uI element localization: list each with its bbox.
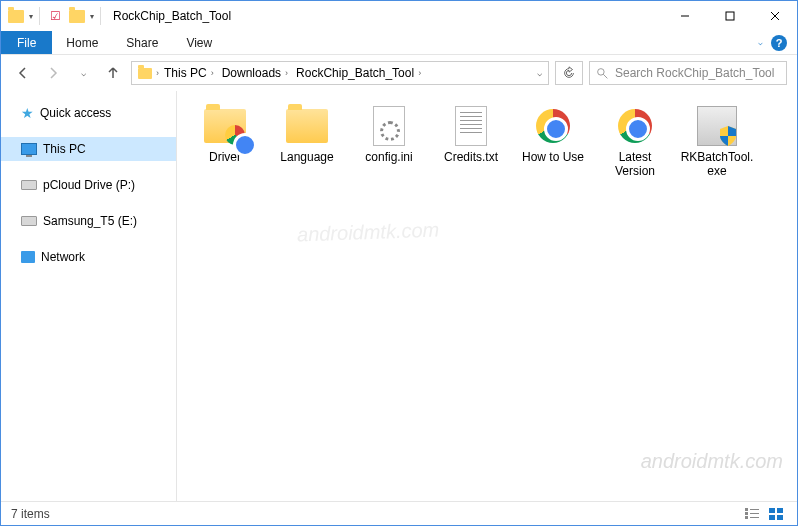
svg-rect-15 [777,515,783,520]
tab-view[interactable]: View [172,31,226,54]
config-file-icon [373,106,405,146]
monitor-icon [21,143,37,155]
qat-dropdown-icon[interactable]: ▾ [29,12,33,21]
folder-icon [286,109,328,143]
tab-home[interactable]: Home [52,31,112,54]
chevron-right-icon[interactable]: › [156,68,159,78]
svg-rect-6 [745,508,748,511]
sidebar-item-label: This PC [43,142,86,156]
qat-customize-icon[interactable]: ▾ [90,12,94,21]
item-label: How to Use [515,150,591,164]
file-item[interactable]: config.ini [351,105,427,179]
svg-rect-14 [769,515,775,520]
svg-point-4 [598,68,605,75]
sidebar-item-samsung-drive[interactable]: Samsung_T5 (E:) [1,209,176,233]
breadcrumb-segment[interactable]: Downloads› [219,66,291,80]
close-button[interactable] [752,1,797,31]
breadcrumb-label: RockChip_Batch_Tool [296,66,414,80]
sidebar-item-quick-access[interactable]: ★Quick access [1,101,176,125]
search-input[interactable]: Search RockChip_Batch_Tool [589,61,787,85]
folder-item[interactable]: Language [269,105,345,179]
item-label: RKBatchTool.exe [679,150,755,179]
item-label: config.ini [351,150,427,164]
svg-rect-9 [750,513,759,514]
svg-rect-7 [750,509,759,510]
title-bar: ▾ ☑ ▾ RockChip_Batch_Tool [1,1,797,31]
text-file-icon [455,106,487,146]
svg-rect-1 [726,12,734,20]
sidebar-item-label: Samsung_T5 (E:) [43,214,137,228]
watermark: androidmtk.com [297,219,440,247]
minimize-button[interactable] [662,1,707,31]
file-item[interactable]: RKBatchTool.exe [679,105,755,179]
star-icon: ★ [21,105,34,121]
file-item[interactable]: How to Use [515,105,591,179]
sidebar-item-label: Quick access [40,106,111,120]
svg-line-5 [603,74,607,78]
sidebar-item-network[interactable]: Network [1,245,176,269]
breadcrumb-segment[interactable]: RockChip_Batch_Tool› [293,66,424,80]
drive-icon [21,180,37,190]
refresh-button[interactable] [555,61,583,85]
up-button[interactable] [101,61,125,85]
file-item[interactable]: Latest Version [597,105,673,179]
sidebar-item-pcloud-drive[interactable]: pCloud Drive (P:) [1,173,176,197]
watermark: androidmtk.com [641,450,783,473]
chrome-icon [536,109,570,143]
search-icon [596,67,609,80]
file-list[interactable]: androidmtk.com Driver Language config.in… [177,91,797,501]
svg-rect-11 [750,517,759,518]
folder-item[interactable]: Driver [187,105,263,179]
svg-rect-13 [777,508,783,513]
qat-properties-icon[interactable]: ☑ [46,7,64,25]
qat-newfolder-icon[interactable] [68,7,86,25]
maximize-button[interactable] [707,1,752,31]
item-label: Latest Version [597,150,673,179]
sidebar-item-this-pc[interactable]: This PC [1,137,176,161]
exe-icon [697,106,737,146]
ribbon-tabs: File Home Share View ⌵ ? [1,31,797,55]
address-bar[interactable]: › This PC› Downloads› RockChip_Batch_Too… [131,61,549,85]
chrome-icon [225,125,245,145]
chevron-right-icon[interactable]: › [285,68,288,78]
breadcrumb-label: This PC [164,66,207,80]
status-bar: 7 items [1,501,797,525]
shield-icon [718,125,738,147]
svg-rect-10 [745,516,748,519]
navigation-pane: ★Quick access This PC pCloud Drive (P:) … [1,91,177,501]
back-button[interactable] [11,61,35,85]
address-dropdown-icon[interactable]: ⌵ [531,68,548,78]
sidebar-item-label: pCloud Drive (P:) [43,178,135,192]
breadcrumb-label: Downloads [222,66,281,80]
recent-dropdown-icon[interactable]: ⌵ [71,61,95,85]
chevron-right-icon[interactable]: › [211,68,214,78]
qat-folder-icon[interactable] [7,7,25,25]
ribbon-expand-icon[interactable]: ⌵ [758,38,763,47]
chevron-right-icon[interactable]: › [418,68,421,78]
status-item-count: 7 items [11,507,50,521]
address-folder-icon [136,64,154,82]
forward-button[interactable] [41,61,65,85]
breadcrumb-segment[interactable]: This PC› [161,66,217,80]
large-icons-view-button[interactable] [765,505,787,523]
chrome-icon [618,109,652,143]
help-icon[interactable]: ? [771,35,787,51]
item-label: Language [269,150,345,164]
tab-file[interactable]: File [1,31,52,54]
search-placeholder: Search RockChip_Batch_Tool [615,66,774,80]
sidebar-item-label: Network [41,250,85,264]
drive-icon [21,216,37,226]
details-view-button[interactable] [741,505,763,523]
svg-rect-8 [745,512,748,515]
tab-share[interactable]: Share [112,31,172,54]
window-title: RockChip_Batch_Tool [113,9,231,23]
navigation-bar: ⌵ › This PC› Downloads› RockChip_Batch_T… [1,55,797,91]
file-item[interactable]: Credits.txt [433,105,509,179]
item-label: Credits.txt [433,150,509,164]
network-icon [21,251,35,263]
svg-rect-12 [769,508,775,513]
